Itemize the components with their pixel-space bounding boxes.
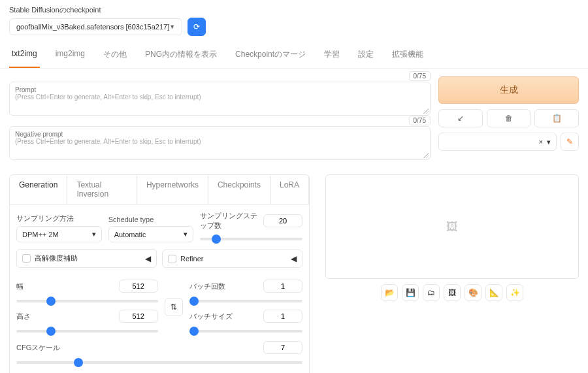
cfg-slider[interactable] (16, 361, 302, 364)
neg-prompt-input[interactable]: Negative prompt (Press Ctrl+Enter to gen… (9, 126, 431, 160)
prompt-hint: (Press Ctrl+Enter to generate, Alt+Enter… (15, 93, 425, 101)
tab-extras[interactable]: その他 (101, 45, 129, 68)
swap-dimensions-button[interactable]: ⇅ (165, 298, 183, 316)
hires-checkbox[interactable] (22, 254, 31, 263)
checkpoint-value: goofballMix_v3Baked.safetensors [603c15a… (16, 23, 169, 31)
refresh-checkpoint-button[interactable]: ⟳ (188, 18, 206, 36)
chevron-left-icon: ◀ (291, 254, 297, 263)
clipboard-icon: 📋 (552, 114, 562, 123)
checkpoint-label: Stable Diffusionのcheckpoint (9, 5, 579, 15)
upscale-button[interactable]: ✨ (506, 284, 523, 301)
trash-button[interactable]: 🗑 (487, 109, 531, 127)
steps-slider[interactable] (200, 238, 302, 240)
sampling-method-select[interactable]: DPM++ 2M ▾ (16, 226, 102, 242)
style-clear[interactable]: × (539, 138, 543, 146)
arrow-icon: ↙ (457, 114, 464, 123)
generation-subtabs: Generation Textual Inversion Hypernetwor… (9, 174, 310, 204)
subtab-hypernetworks[interactable]: Hypernetworks (137, 175, 208, 204)
style-select[interactable]: × ▾ (438, 133, 557, 151)
steps-input[interactable] (263, 214, 302, 227)
send-img2img-button[interactable]: 🖼 (444, 284, 461, 301)
tab-settings[interactable]: 設定 (355, 45, 376, 68)
subtab-lora[interactable]: LoRA (270, 175, 309, 204)
image-placeholder-icon: 🖼 (446, 220, 458, 234)
steps-label: サンプリングステップ数 (200, 211, 263, 231)
generate-button[interactable]: 生成 (438, 76, 579, 104)
subtab-checkpoints[interactable]: Checkpoints (208, 175, 270, 204)
save-button[interactable]: 💾 (402, 284, 419, 301)
schedule-type-label: Schedule type (108, 216, 194, 223)
output-preview: 🖼 (325, 174, 579, 279)
caret-down-icon: ▾ (184, 230, 188, 238)
refresh-icon: ⟳ (193, 22, 200, 31)
edit-style-button[interactable]: ✎ (561, 133, 579, 151)
refiner-toggle[interactable]: Refiner ◀ (162, 250, 302, 268)
send-inpaint-button[interactable]: 🎨 (465, 284, 482, 301)
width-slider[interactable] (16, 300, 158, 302)
batch-size-slider[interactable] (189, 330, 302, 332)
subtab-generation[interactable]: Generation (10, 175, 67, 204)
prompt-label: Prompt (15, 86, 425, 93)
tab-extensions[interactable]: 拡張機能 (389, 45, 426, 68)
neg-prompt-token-count: 0/75 (409, 116, 431, 125)
neg-prompt-label: Negative prompt (15, 131, 425, 138)
caret-down-icon: ▼ (169, 24, 175, 30)
tab-merge[interactable]: Checkpointのマージ (233, 45, 308, 68)
main-tabs: txt2img img2img その他 PNG内の情報を表示 Checkpoin… (0, 39, 588, 69)
pencil-icon: ✎ (566, 137, 573, 146)
arrow-button[interactable]: ↙ (438, 109, 483, 127)
refiner-checkbox[interactable] (168, 255, 176, 263)
send-extras-button[interactable]: 📐 (485, 284, 502, 301)
height-input[interactable] (119, 310, 158, 323)
batch-size-input[interactable] (263, 310, 302, 323)
batch-count-slider[interactable] (189, 300, 302, 302)
width-input[interactable] (119, 280, 158, 293)
caret-down-icon: ▾ (92, 230, 96, 238)
prompt-token-count: 0/75 (409, 71, 431, 81)
caret-down-icon: ▾ (547, 138, 551, 146)
cfg-label: CFGスケール (16, 343, 60, 353)
subtab-textual-inversion[interactable]: Textual Inversion (67, 175, 137, 204)
neg-prompt-hint: (Press Ctrl+Enter to generate, Alt+Enter… (15, 138, 425, 145)
open-folder-button[interactable]: 📂 (381, 284, 398, 301)
clipboard-button[interactable]: 📋 (534, 109, 579, 127)
output-actions: 📂 💾 🗂 🖼 🎨 📐 ✨ (325, 284, 579, 301)
width-label: 幅 (16, 282, 24, 291)
trash-icon: 🗑 (505, 114, 513, 123)
sampling-method-label: サンプリング方法 (16, 214, 102, 223)
schedule-type-select[interactable]: Automatic ▾ (108, 226, 194, 242)
swap-icon: ⇅ (171, 302, 177, 312)
checkpoint-dropdown[interactable]: goofballMix_v3Baked.safetensors [603c15a… (9, 18, 182, 35)
batch-size-label: バッチサイズ (189, 312, 233, 321)
tab-txt2img[interactable]: txt2img (9, 45, 40, 68)
tab-pnginfo[interactable]: PNG内の情報を表示 (142, 45, 220, 68)
batch-count-label: バッチ回数 (189, 282, 225, 291)
cfg-input[interactable] (263, 341, 302, 354)
height-slider[interactable] (16, 330, 158, 332)
save-zip-button[interactable]: 🗂 (423, 284, 440, 301)
tab-img2img[interactable]: img2img (53, 45, 88, 68)
tab-train[interactable]: 学習 (321, 45, 342, 68)
batch-count-input[interactable] (263, 280, 302, 293)
hires-fix-toggle[interactable]: 高解像度補助 ◀ (16, 249, 157, 268)
chevron-left-icon: ◀ (145, 254, 151, 263)
height-label: 高さ (16, 312, 31, 321)
prompt-input[interactable]: Prompt (Press Ctrl+Enter to generate, Al… (9, 82, 431, 116)
